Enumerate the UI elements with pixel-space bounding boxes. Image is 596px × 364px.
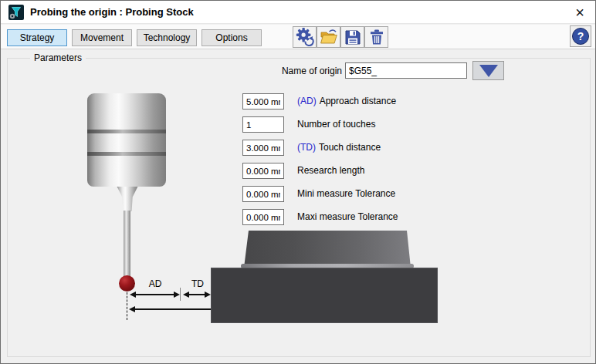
td-arrow-right-head xyxy=(205,292,211,298)
close-icon[interactable]: × xyxy=(571,2,589,22)
stock-boss xyxy=(244,231,411,268)
number-of-touches-input[interactable] xyxy=(242,116,284,133)
dialog-window: Probing the origin : Probing Stock × Str… xyxy=(0,0,596,364)
save-icon xyxy=(344,28,362,46)
number-of-touches-label: Number of touches xyxy=(297,116,375,133)
window-title: Probing the origin : Probing Stock xyxy=(30,1,194,24)
approach-distance-input[interactable] xyxy=(242,93,284,110)
total-arrow-line xyxy=(134,308,211,310)
td-dimension-label: TD xyxy=(186,278,209,289)
dropdown-triangle-icon xyxy=(479,65,498,77)
open-button[interactable] xyxy=(317,26,340,48)
help-icon: ? xyxy=(572,28,589,45)
probing-app-icon xyxy=(8,5,24,20)
help-button[interactable]: ? xyxy=(570,25,591,47)
name-of-origin-label: Name of origin xyxy=(256,63,342,79)
approach-distance-label: (AD)Approach distance xyxy=(297,93,396,110)
maxi-measure-tolerance-label: Maxi measure Tolerance xyxy=(297,209,398,225)
origin-dropdown-button[interactable] xyxy=(472,61,504,80)
tab-toolbar-strip: Strategy Movement Technology Options xyxy=(1,25,595,49)
td-arrow-line xyxy=(188,294,205,295)
mini-measure-tolerance-input[interactable] xyxy=(242,186,284,202)
settings-refresh-icon xyxy=(294,27,316,47)
probe-body-band xyxy=(87,133,166,152)
tab-strategy[interactable]: Strategy xyxy=(7,29,67,46)
ad-code: (AD) xyxy=(297,96,317,106)
probe-body-lower xyxy=(87,156,166,187)
touch-distance-input[interactable] xyxy=(242,140,284,156)
mini-measure-tolerance-label: Mini measure Tolerance xyxy=(297,186,395,202)
stock-base xyxy=(211,268,438,323)
name-of-origin-input[interactable] xyxy=(345,62,467,79)
open-folder-icon xyxy=(319,28,339,46)
title-bar: Probing the origin : Probing Stock × xyxy=(1,1,595,24)
settings-refresh-button[interactable] xyxy=(293,26,317,48)
research-length-input[interactable] xyxy=(242,163,284,179)
ad-arrow-right-head xyxy=(174,292,180,298)
tab-movement[interactable]: Movement xyxy=(72,29,132,46)
probe-stylus xyxy=(124,211,130,277)
dimension-tick xyxy=(180,288,181,301)
ad-dimension-label: AD xyxy=(144,278,167,289)
ad-arrow-line xyxy=(135,294,174,295)
save-button[interactable] xyxy=(340,26,364,48)
tab-technology[interactable]: Technology xyxy=(137,29,197,46)
probe-tip-ball xyxy=(119,275,135,292)
touch-distance-label: (TD)Touch distance xyxy=(297,140,381,156)
delete-icon xyxy=(367,28,386,46)
tab-options[interactable]: Options xyxy=(201,29,262,46)
research-length-label: Research length xyxy=(297,163,364,179)
probe-body-cap xyxy=(87,93,166,130)
parameters-group-label: Parameters xyxy=(30,52,86,63)
probe-axis-dashed-line xyxy=(127,292,127,320)
td-code: (TD) xyxy=(297,142,316,153)
delete-button[interactable] xyxy=(364,26,388,48)
maxi-measure-tolerance-input[interactable] xyxy=(242,209,284,225)
